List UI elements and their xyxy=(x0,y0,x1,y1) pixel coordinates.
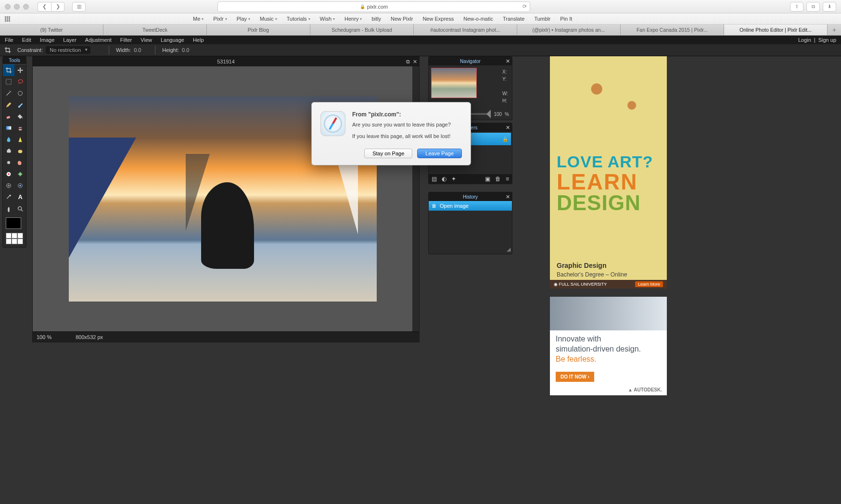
login-link[interactable]: Login xyxy=(798,37,811,43)
eraser-tool[interactable] xyxy=(3,111,14,122)
colorpicker-tool[interactable] xyxy=(3,191,14,203)
stay-on-page-button[interactable]: Stay on Page xyxy=(364,149,412,158)
bookmark-item[interactable]: Tumblr xyxy=(534,16,550,22)
bookmark-item[interactable]: Play▾ xyxy=(237,16,250,22)
layer-settings-icon[interactable]: ▣ xyxy=(485,176,490,182)
menu-item[interactable]: Help xyxy=(193,37,204,43)
sharpen-tool[interactable] xyxy=(14,134,26,145)
type-tool[interactable]: A xyxy=(14,191,26,203)
constraint-select[interactable]: No restriction xyxy=(46,46,90,54)
bookmark-item[interactable]: Music▾ xyxy=(260,16,277,22)
reload-icon[interactable]: ⟳ xyxy=(522,3,527,10)
bookmark-item[interactable]: Translate xyxy=(503,16,524,22)
crop-tool[interactable] xyxy=(3,64,14,76)
browser-tab[interactable]: Pixlr Blog xyxy=(207,25,310,35)
downloads-button[interactable]: ⬇ xyxy=(823,2,836,12)
browser-tab[interactable]: (@pixlr) • Instagram photos an... xyxy=(517,25,621,35)
sponge-tool[interactable] xyxy=(14,145,26,157)
back-button[interactable]: ❮ xyxy=(38,2,51,12)
forward-button[interactable]: ❯ xyxy=(51,2,64,12)
spot-heal-tool[interactable] xyxy=(14,168,26,180)
layers-close-icon[interactable]: ✕ xyxy=(506,125,510,131)
browser-tab[interactable]: Fan Expo Canada 2015 | Pixlr... xyxy=(621,25,724,35)
pinch-tool[interactable] xyxy=(14,180,26,191)
red-eye-tool[interactable] xyxy=(3,168,14,180)
browser-tab[interactable]: TweetDeck xyxy=(103,25,207,35)
close-icon[interactable]: ✕ xyxy=(413,59,417,65)
menu-item[interactable]: View xyxy=(140,37,152,43)
zoom-traffic-icon[interactable] xyxy=(23,4,29,10)
brush-tool[interactable] xyxy=(14,99,26,111)
canvas-titlebar[interactable]: 531914 ⧉ ✕ xyxy=(33,57,419,66)
menu-item[interactable]: Language xyxy=(161,37,184,43)
smudge-tool[interactable] xyxy=(3,145,14,157)
bookmark-item[interactable]: Pin It xyxy=(560,16,572,22)
leave-page-button[interactable]: Leave Page xyxy=(417,149,462,158)
bookmark-item[interactable]: bitly xyxy=(371,16,381,22)
layer-mask-icon[interactable]: ◐ xyxy=(442,176,446,182)
lock-icon[interactable]: 🔒 xyxy=(502,137,508,142)
bloat-tool[interactable] xyxy=(3,180,14,191)
dodge-tool[interactable] xyxy=(3,157,14,168)
width-input[interactable] xyxy=(134,47,153,53)
bookmark-item[interactable]: Wish▾ xyxy=(320,16,335,22)
browser-tab[interactable]: Online Photo Editor | Pixlr Edit... xyxy=(724,25,828,35)
layer-fx-icon[interactable]: ✦ xyxy=(451,176,456,182)
marquee-tool[interactable] xyxy=(3,76,14,88)
bookmark-item[interactable]: New Express xyxy=(422,16,454,22)
bookmark-item[interactable]: Me▾ xyxy=(193,16,204,22)
ad1-cta-button[interactable]: Learn More xyxy=(635,281,663,287)
menu-item[interactable]: Edit xyxy=(22,37,31,43)
navigator-thumbnail[interactable] xyxy=(431,68,477,98)
bookmark-item[interactable]: New Pixlr xyxy=(391,16,413,22)
history-close-icon[interactable]: ✕ xyxy=(506,194,510,200)
select-color-tool[interactable] xyxy=(14,88,26,99)
lasso-tool[interactable] xyxy=(14,76,26,88)
history-resize-icon[interactable]: ◢ xyxy=(507,246,510,252)
move-tool[interactable] xyxy=(14,64,26,76)
tabs-button[interactable]: ⧉ xyxy=(806,2,820,12)
ad2-cta-button[interactable]: DO IT NOW › xyxy=(556,372,594,382)
hand-tool[interactable] xyxy=(3,203,14,214)
browser-tab[interactable]: Schedugram - Bulk Upload xyxy=(310,25,414,35)
new-tab-button[interactable]: + xyxy=(828,25,841,35)
signup-link[interactable]: Sign up xyxy=(818,37,836,43)
layers-menu-icon[interactable]: ≡ xyxy=(506,176,509,182)
sidebar-toggle-button[interactable]: ▥ xyxy=(72,2,86,12)
height-input[interactable] xyxy=(182,47,201,53)
blur-tool[interactable] xyxy=(3,134,14,145)
bookmark-item[interactable]: Pixlr▾ xyxy=(213,16,227,22)
menu-item[interactable]: Image xyxy=(40,37,55,43)
zoom-tool[interactable] xyxy=(14,203,26,214)
bookmark-item[interactable]: New-o-matic xyxy=(463,16,493,22)
browser-tab[interactable]: #autocontrast Instagram phot... xyxy=(414,25,517,35)
gradient-tool[interactable] xyxy=(3,122,14,134)
menu-item[interactable]: Filter xyxy=(120,37,132,43)
address-bar[interactable]: 🔒 pixlr.com ⟳ xyxy=(217,1,530,12)
menu-item[interactable]: Adjustment xyxy=(85,37,112,43)
pencil-tool[interactable] xyxy=(3,99,14,111)
navigator-close-icon[interactable]: ✕ xyxy=(506,58,510,64)
minimize-traffic-icon[interactable] xyxy=(14,4,20,10)
ad-banner-bottom[interactable]: ⓘ✕ Innovate with simulation-driven desig… xyxy=(550,297,667,395)
apps-icon[interactable] xyxy=(5,16,10,22)
burn-tool[interactable] xyxy=(14,157,26,168)
clone-stamp-tool[interactable] xyxy=(14,122,26,134)
wand-tool[interactable] xyxy=(3,88,14,99)
menu-item[interactable]: Layer xyxy=(63,37,76,43)
delete-layer-icon[interactable]: 🗑 xyxy=(495,176,501,182)
ad-banner-top[interactable]: LOVE ART? LEARN DESIGN Graphic Design Ba… xyxy=(550,56,667,289)
close-traffic-icon[interactable] xyxy=(5,4,11,10)
new-layer-icon[interactable]: ▤ xyxy=(432,176,437,182)
menu-item[interactable]: File xyxy=(5,37,13,43)
maximize-icon[interactable]: ⧉ xyxy=(406,59,410,65)
bookmark-item[interactable]: Tutorials▾ xyxy=(287,16,310,22)
browser-tab[interactable]: (9) Twitter xyxy=(0,25,103,35)
share-button[interactable]: ⇪ xyxy=(790,2,803,12)
chevron-down-icon: ▾ xyxy=(275,17,277,21)
bookmark-item[interactable]: Henry▾ xyxy=(344,16,362,22)
paint-bucket-tool[interactable] xyxy=(14,111,26,122)
foreground-color[interactable] xyxy=(6,217,21,229)
history-entry[interactable]: 🗎 Open image xyxy=(429,201,512,211)
grid-view-icon[interactable] xyxy=(3,232,26,247)
